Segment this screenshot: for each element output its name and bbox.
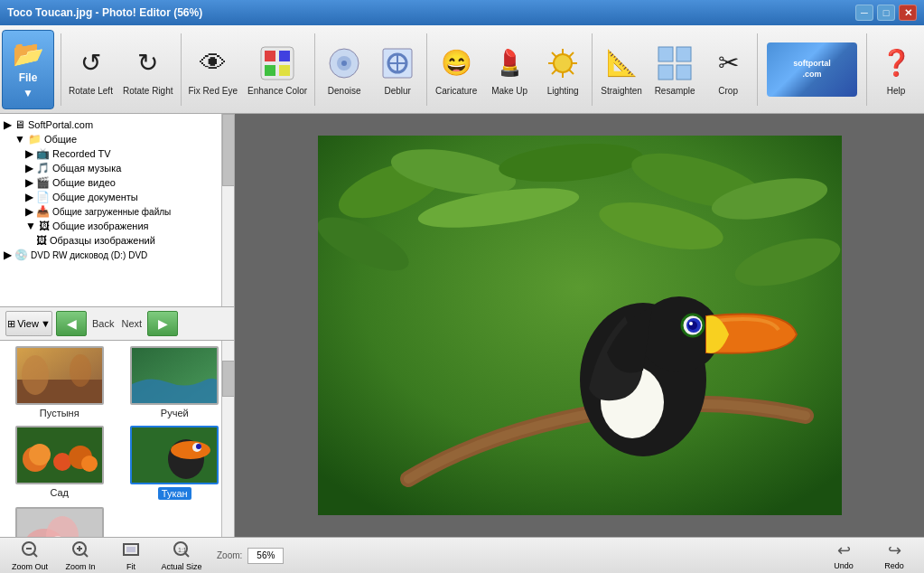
thumbnail-stream-label: Ручей [161, 408, 189, 418]
tree-item-recorded[interactable]: ▶ 📺 Recorded TV [0, 146, 221, 161]
deblur-icon [378, 43, 417, 83]
redo-icon: ↪ [888, 540, 901, 560]
zoom-in-icon [71, 540, 89, 561]
back-label: Back [90, 318, 116, 329]
svg-point-32 [29, 444, 51, 465]
tree-item-softportal[interactable]: ▶ 🖥 SoftPortal.com [0, 117, 221, 132]
thumbnail-desert-label: Пустыня [40, 408, 79, 418]
make-up-button[interactable]: 💄 Make Up [483, 30, 536, 109]
caricature-icon: 😄 [436, 43, 476, 83]
left-panel: ▶ 🖥 SoftPortal.com ▼ 📁 Общие ▶ 📺 Recorde… [0, 114, 235, 537]
rotate-left-button[interactable]: ↺ Rotate Left [64, 30, 117, 109]
svg-point-62 [689, 322, 693, 325]
separator-7 [866, 33, 867, 106]
fit-button[interactable]: Fit [108, 540, 154, 571]
minimize-button[interactable]: ─ [855, 5, 873, 21]
caricature-button[interactable]: 😄 Caricature [430, 30, 482, 109]
make-up-icon: 💄 [490, 43, 529, 83]
straighten-button[interactable]: 📐 Straighten [595, 30, 648, 109]
svg-point-27 [22, 355, 49, 395]
thumb-scrollbar[interactable] [221, 341, 234, 537]
svg-rect-1 [265, 51, 275, 61]
svg-line-20 [552, 70, 556, 74]
fit-icon [122, 540, 140, 561]
file-label: File [19, 71, 38, 84]
nav-bar: ⊞ View ▼ ◀ Back Next ▶ [0, 307, 234, 341]
view-button[interactable]: ⊞ View ▼ [5, 311, 52, 336]
fix-red-eye-button[interactable]: 👁 Fix Red Eye [184, 30, 242, 109]
denoise-button[interactable]: Denoise [318, 30, 370, 109]
resample-button[interactable]: Resample [649, 30, 701, 109]
separator-1 [61, 33, 61, 106]
thumbnail-desert[interactable]: Пустыня [5, 346, 114, 418]
svg-line-66 [33, 553, 37, 557]
lighting-button[interactable]: Lighting [537, 30, 589, 109]
thumbnail-grid: Пустыня Ручей [0, 341, 234, 537]
brand-logo: softportal.com [767, 42, 857, 97]
deblur-button[interactable]: Deblur [371, 30, 424, 109]
thumbnail-toucan[interactable]: Тукан [121, 426, 229, 500]
window-controls: ─ □ ✕ [855, 5, 917, 21]
crop-button[interactable]: ✂ Crop [702, 30, 754, 109]
tree-item-video[interactable]: ▶ 🎬 Общие видео [0, 175, 221, 190]
undo-button[interactable]: ↩ Undo [821, 540, 866, 571]
thumbnail-stream[interactable]: Ручей [121, 346, 229, 418]
svg-point-39 [171, 441, 210, 459]
thumbnail-hibiscus[interactable]: Цветы гибискуса [5, 507, 114, 537]
thumb-scrollbar-thumb[interactable] [222, 361, 234, 397]
svg-text:1:1: 1:1 [178, 547, 187, 553]
file-icon: 📂 [13, 39, 44, 69]
fix-red-eye-icon: 👁 [193, 43, 233, 83]
enhance-color-icon [257, 43, 297, 83]
next-label: Next [119, 318, 144, 329]
thumbnail-hibiscus-image [15, 507, 104, 537]
photo-display-area [235, 114, 924, 537]
svg-point-35 [81, 456, 98, 472]
thumbnail-desert-image [15, 346, 104, 405]
svg-line-19 [569, 52, 574, 57]
resample-icon [655, 43, 695, 83]
svg-point-33 [53, 453, 71, 471]
close-button[interactable]: ✕ [899, 5, 917, 21]
tree-item-samples[interactable]: 🖼 Образцы изображений [0, 233, 221, 248]
maximize-button[interactable]: □ [877, 5, 895, 21]
zoom-in-button[interactable]: Zoom In [58, 540, 103, 571]
zoom-out-button[interactable]: Zoom Out [7, 540, 52, 571]
svg-line-70 [84, 553, 88, 557]
svg-rect-23 [658, 65, 673, 80]
rotate-left-icon: ↺ [70, 43, 110, 83]
help-button[interactable]: ❓ Help [870, 30, 922, 109]
fit-label: Fit [126, 562, 135, 571]
enhance-color-button[interactable]: Enhance Color [243, 30, 312, 109]
rotate-right-button[interactable]: ↻ Rotate Right [118, 30, 178, 109]
redo-button[interactable]: ↪ Redo [872, 540, 917, 571]
thumbnail-garden[interactable]: Сад [5, 426, 114, 500]
redo-label: Redo [884, 561, 904, 570]
back-button[interactable]: ◀ [56, 311, 87, 336]
zoom-out-label: Zoom Out [12, 562, 48, 571]
undo-icon: ↩ [837, 540, 851, 560]
separator-6 [757, 33, 758, 106]
rotate-right-icon: ↻ [128, 43, 168, 83]
crop-icon: ✂ [708, 43, 748, 83]
tree-item-documents[interactable]: ▶ 📄 Общие документы [0, 190, 221, 204]
titlebar: Toco Toucan.jpg - Photo! Editor (56%) ─ … [0, 0, 924, 25]
tree-scrollbar-thumb[interactable] [222, 114, 234, 186]
next-arrow-icon: ▶ [158, 316, 168, 331]
file-button[interactable]: 📂 File ▼ [2, 30, 54, 109]
svg-rect-4 [279, 65, 290, 76]
zoom-label: Zoom: [217, 550, 242, 560]
actual-size-label: Actual Size [161, 562, 201, 571]
tree-scrollbar[interactable] [221, 114, 234, 306]
tree-item-dvd[interactable]: ▶ 💿 DVD RW дисковод (D:) DVD [0, 248, 221, 262]
actual-size-button[interactable]: 1:1 Actual Size [159, 540, 204, 571]
tree-item-downloads[interactable]: ▶ 📥 Общие загруженные файлы [0, 204, 221, 219]
tree-item-music[interactable]: ▶ 🎵 Общая музыка [0, 161, 221, 175]
tree-item-images[interactable]: ▼ 🖼 Общие изображения [0, 219, 221, 233]
next-button[interactable]: ▶ [147, 311, 178, 336]
tree-item-obshie[interactable]: ▼ 📁 Общие [0, 132, 221, 146]
zoom-input[interactable] [247, 548, 284, 564]
toolbar: 📂 File ▼ ↺ Rotate Left ↻ Rotate Right 👁 … [0, 25, 924, 114]
zoom-in-label: Zoom In [65, 562, 95, 571]
lighting-icon [543, 43, 583, 83]
